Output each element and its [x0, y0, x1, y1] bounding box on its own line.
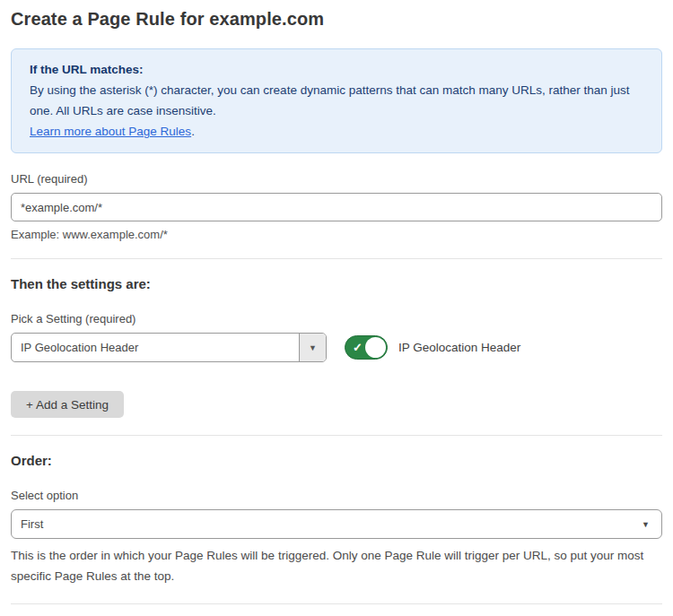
order-select-label: Select option: [11, 489, 662, 502]
page-rule-form: Create a Page Rule for example.com If th…: [0, 0, 673, 616]
info-box-link-line: Learn more about Page Rules.: [30, 121, 643, 142]
setting-picker-label: Pick a Setting (required): [11, 312, 662, 325]
chevron-down-icon: ▼: [642, 520, 650, 529]
order-helper-text: This is the order in which your Page Rul…: [11, 545, 662, 586]
order-select[interactable]: First ▼: [11, 509, 662, 539]
learn-more-link[interactable]: Learn more about Page Rules: [30, 125, 191, 138]
divider: [11, 435, 662, 436]
order-select-value: First: [21, 517, 43, 531]
divider: [11, 603, 662, 604]
settings-section-heading: Then the settings are:: [11, 276, 662, 291]
url-input[interactable]: [11, 193, 662, 221]
info-box-body: By using the asterisk (*) character, you…: [30, 80, 643, 121]
chevron-down-icon: ▼: [309, 343, 317, 352]
add-setting-button[interactable]: + Add a Setting: [11, 391, 124, 418]
url-example-helper: Example: www.example.com/*: [11, 228, 662, 241]
toggle-label: IP Geolocation Header: [398, 341, 520, 354]
url-match-info-box: If the URL matches: By using the asteris…: [11, 48, 662, 153]
divider: [11, 258, 662, 259]
setting-select-arrow-button[interactable]: ▼: [299, 334, 326, 361]
ip-geolocation-toggle[interactable]: ✓: [345, 335, 388, 360]
setting-select-value: IP Geolocation Header: [12, 334, 299, 361]
setting-row: IP Geolocation Header ▼ ✓ IP Geolocation…: [11, 333, 662, 362]
info-box-heading: If the URL matches:: [30, 59, 643, 80]
toggle-knob: [365, 337, 386, 358]
url-field-label: URL (required): [11, 172, 662, 186]
setting-select[interactable]: IP Geolocation Header ▼: [11, 333, 327, 362]
link-suffix: .: [191, 125, 195, 138]
page-title: Create a Page Rule for example.com: [11, 9, 662, 30]
order-section-heading: Order:: [11, 453, 662, 468]
toggle-check-icon: ✓: [353, 342, 363, 353]
